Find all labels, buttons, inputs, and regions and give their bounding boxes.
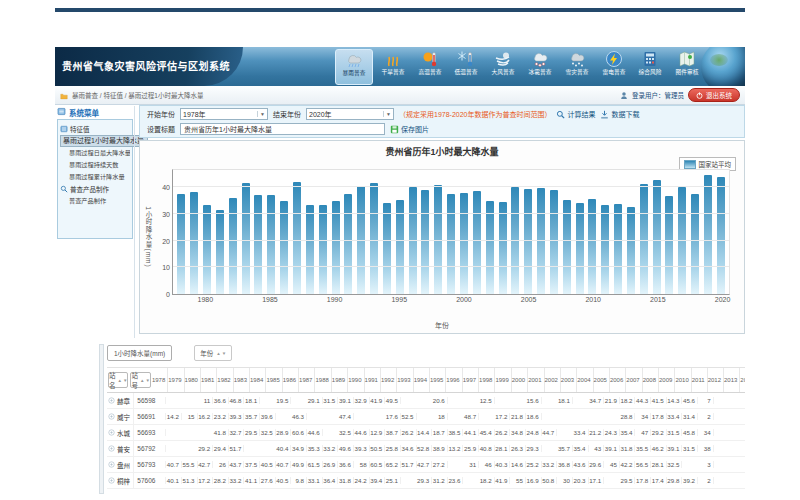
value-cell-2001: 16.9 bbox=[526, 477, 542, 484]
table-row[interactable]: 盘州5679340.755.542.72643.737.540.540.749.… bbox=[107, 457, 745, 473]
value-cell-1996: 23.6 bbox=[448, 477, 464, 484]
column-header-year-2004[interactable]: 2004 bbox=[577, 368, 593, 392]
radio-plus-icon[interactable] bbox=[108, 477, 115, 484]
column-header-year-2009[interactable]: 2009 bbox=[659, 368, 675, 392]
value-cell-2009: 28.1 bbox=[651, 461, 667, 468]
value-cell-1994: 29.3 bbox=[417, 477, 433, 484]
end-year-select[interactable]: 2020年 ▼ bbox=[306, 108, 394, 120]
table-row[interactable]: 赫章565981136.646.818.119.529.131.539.132.… bbox=[107, 393, 745, 409]
column-header-year-1994[interactable]: 1994 bbox=[414, 368, 430, 392]
table-row[interactable]: 普安5679229.229.451.740.434.935.333.249.63… bbox=[107, 441, 745, 457]
column-header-year-2006[interactable]: 2006 bbox=[610, 368, 626, 392]
bar-slot bbox=[573, 170, 586, 294]
column-header-year-1991[interactable]: 1991 bbox=[365, 368, 381, 392]
value-cell-2001: 29.3 bbox=[526, 445, 542, 452]
chart-title-input[interactable] bbox=[180, 123, 385, 135]
station-name-cell: 威宁 bbox=[107, 409, 134, 424]
x-tick-label: 2010 bbox=[585, 296, 601, 303]
value-filter-box[interactable]: 1小时降水量(mm) bbox=[107, 345, 172, 361]
nav-map-review[interactable]: 图件审核 bbox=[670, 49, 704, 85]
column-header-year-1980[interactable]: 1980 bbox=[185, 368, 201, 392]
tree-group-feature-values[interactable]: 特征值 bbox=[60, 123, 130, 135]
column-header-year-2008[interactable]: 2008 bbox=[643, 368, 659, 392]
calculate-button[interactable]: 计算结果 bbox=[556, 109, 595, 119]
column-header-year-2010[interactable]: 2010 bbox=[675, 368, 691, 392]
chart-bar-1979 bbox=[190, 192, 198, 294]
nav-hail-survey[interactable]: 冰雹普查 bbox=[523, 49, 557, 85]
column-header-year-2013[interactable]: 2013 bbox=[724, 368, 740, 392]
bottom-panel-splitter[interactable] bbox=[99, 344, 104, 494]
table-row[interactable]: 水城5669341.832.729.532.528.960.644.632.54… bbox=[107, 425, 745, 441]
column-header-station-name[interactable]: 站名▲▼ bbox=[108, 372, 128, 388]
value-cell-1987: 35.3 bbox=[307, 445, 323, 452]
table-row[interactable]: 桐梓5760640.151.317.228.233.241.127.640.59… bbox=[107, 473, 745, 489]
column-header-year-1982[interactable]: 1982 bbox=[217, 368, 233, 392]
value-cell-2001: 18.6 bbox=[526, 413, 542, 420]
value-cell-1980: 42.7 bbox=[198, 461, 214, 468]
value-cell-1997: 31 bbox=[463, 461, 479, 468]
column-header-year-2000[interactable]: 2000 bbox=[512, 368, 528, 392]
column-header-year-1998[interactable]: 1998 bbox=[479, 368, 495, 392]
data-download-button[interactable]: 数据下载 bbox=[600, 109, 639, 119]
banner: 贵州省气象灾害风险评估与区划系统 暴雨普查干旱普查高温普查低温普查大风普查冰雹普… bbox=[55, 47, 745, 86]
column-header-year-1995[interactable]: 1995 bbox=[430, 368, 446, 392]
start-year-select[interactable]: 1978年 ▼ bbox=[180, 108, 268, 120]
year-sort-box[interactable]: 年份 ▲▼ bbox=[194, 345, 232, 361]
column-header-year-1996[interactable]: 1996 bbox=[446, 368, 462, 392]
tree-item-accum-precip[interactable]: 暴雨过程累计降水量 bbox=[60, 171, 130, 183]
nav-rainstorm-survey[interactable]: 暴雨普查 bbox=[335, 49, 373, 85]
column-header-year-1993[interactable]: 1993 bbox=[397, 368, 413, 392]
nav-snow-survey[interactable]: 雪灾普查 bbox=[560, 49, 594, 85]
column-header-year-2011[interactable]: 2011 bbox=[692, 368, 708, 392]
column-header-station-id[interactable]: 站号▲▼ bbox=[130, 372, 150, 388]
nav-composite-risk[interactable]: 综合风险 bbox=[633, 49, 667, 85]
table-row[interactable]: 威宁5669114.21516.223.239.335.739.646.347.… bbox=[107, 409, 745, 425]
column-header-year-1997[interactable]: 1997 bbox=[463, 368, 479, 392]
value-cell-1989: 32.5 bbox=[338, 429, 354, 436]
tree-group-product-making[interactable]: 普查产品制作 bbox=[60, 183, 130, 195]
column-header-year-2014[interactable]: 2014 bbox=[740, 368, 745, 392]
column-header-year-1992[interactable]: 1992 bbox=[381, 368, 397, 392]
value-cell-1990: 58 bbox=[354, 461, 370, 468]
column-header-year-1981[interactable]: 1981 bbox=[201, 368, 217, 392]
column-header-year-1987[interactable]: 1987 bbox=[299, 368, 315, 392]
radio-plus-icon[interactable] bbox=[108, 429, 115, 436]
nav-label: 雪灾普查 bbox=[565, 69, 588, 76]
sidebar-splitter[interactable] bbox=[134, 106, 135, 338]
column-header-year-1985[interactable]: 1985 bbox=[266, 368, 282, 392]
column-header-year-1984[interactable]: 1984 bbox=[250, 368, 266, 392]
value-cell-1988: 33.2 bbox=[323, 445, 339, 452]
value-cell-2008: 35.5 bbox=[635, 445, 651, 452]
column-header-year-1986[interactable]: 1986 bbox=[283, 368, 299, 392]
nav-lightning-survey[interactable]: 雷电普查 bbox=[597, 49, 631, 85]
column-header-year-1979[interactable]: 1979 bbox=[168, 368, 184, 392]
nav-drought-survey[interactable]: 干旱普查 bbox=[376, 49, 410, 85]
value-cell-1982: 32.7 bbox=[229, 429, 245, 436]
column-header-year-1999[interactable]: 1999 bbox=[495, 368, 511, 392]
value-cell-2000: 21.8 bbox=[510, 413, 526, 420]
column-header-year-1988[interactable]: 1988 bbox=[315, 368, 331, 392]
value-cell-2007: 35.4 bbox=[620, 429, 636, 436]
nav-high-temp-survey[interactable]: 高温普查 bbox=[413, 49, 447, 85]
column-header-year-2012[interactable]: 2012 bbox=[708, 368, 724, 392]
column-header-year-2003[interactable]: 2003 bbox=[561, 368, 577, 392]
radio-plus-icon[interactable] bbox=[108, 445, 115, 452]
column-header-year-2001[interactable]: 2001 bbox=[528, 368, 544, 392]
column-header-year-2005[interactable]: 2005 bbox=[594, 368, 610, 392]
tree-item-duration-days[interactable]: 暴雨过程持续天数 bbox=[60, 159, 130, 171]
logout-button[interactable]: 退出系统 bbox=[688, 88, 740, 102]
column-header-year-1990[interactable]: 1990 bbox=[348, 368, 364, 392]
save-image-button[interactable]: 保存图片 bbox=[390, 124, 429, 134]
radio-plus-icon[interactable] bbox=[108, 461, 115, 468]
tree-item-max-daily-precip[interactable]: 暴雨过程日最大降水量 bbox=[60, 147, 130, 159]
column-header-year-2002[interactable]: 2002 bbox=[545, 368, 561, 392]
nav-low-temp-survey[interactable]: 低温普查 bbox=[449, 49, 483, 85]
tree-item-product-making-item[interactable]: 普查产品制作 bbox=[60, 195, 130, 207]
column-header-year-1978[interactable]: 1978 bbox=[152, 368, 168, 392]
nav-wind-survey[interactable]: 大风普查 bbox=[486, 49, 520, 85]
column-header-year-2007[interactable]: 2007 bbox=[626, 368, 642, 392]
column-header-year-1989[interactable]: 1989 bbox=[332, 368, 348, 392]
radio-plus-icon[interactable] bbox=[108, 397, 115, 404]
radio-plus-icon[interactable] bbox=[108, 413, 115, 420]
column-header-year-1983[interactable]: 1983 bbox=[234, 368, 250, 392]
